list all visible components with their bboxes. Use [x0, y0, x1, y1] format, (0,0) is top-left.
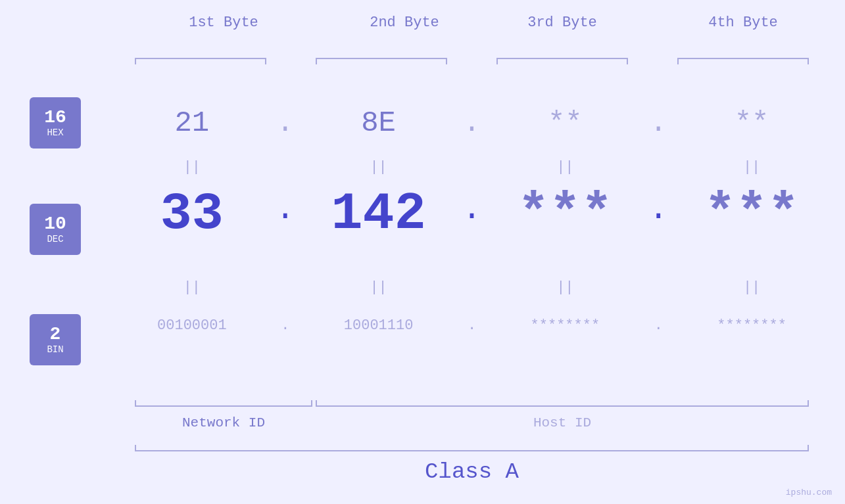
- watermark: ipshu.com: [786, 488, 832, 497]
- dec-dot-3: .: [648, 193, 668, 226]
- dec-badge-label: DEC: [47, 234, 63, 244]
- bin-row: 00100001 . 10001110 . ******** . *******…: [115, 302, 829, 348]
- network-id-label: Network ID: [135, 415, 312, 430]
- bin-val-4: ********: [717, 317, 786, 334]
- dec-val-1: 33: [160, 184, 224, 244]
- dec-sep2: .: [456, 193, 489, 234]
- bin-sep1: .: [269, 317, 302, 334]
- hex-val-3: **: [548, 106, 583, 139]
- bin-val-1: 00100001: [157, 317, 227, 334]
- hex-sep3: .: [642, 106, 675, 139]
- dec-col3: ***: [489, 184, 642, 244]
- dec-badge: 10 DEC: [30, 204, 81, 255]
- hex-dot-2: .: [463, 106, 480, 139]
- hex-val-1: 21: [174, 106, 209, 139]
- bin-val-3: ********: [531, 317, 600, 334]
- dec-sep1: .: [269, 193, 302, 234]
- hex-badge-num: 16: [44, 108, 66, 128]
- eq-sym-7: ||: [556, 279, 573, 296]
- dec-row: 33 . 142 . *** . ***: [115, 177, 829, 250]
- bin-col1: 00100001: [115, 317, 269, 334]
- hex-sep2: .: [456, 106, 489, 139]
- class-label: Class A: [135, 459, 809, 484]
- bin-sep3: .: [642, 317, 675, 334]
- dec-col2: 142: [302, 184, 456, 244]
- hex-val-4: **: [735, 106, 769, 139]
- bin-col3: ********: [489, 317, 642, 334]
- hex-badge: 16 HEX: [30, 97, 81, 149]
- bin-dot-1: .: [281, 317, 289, 334]
- byte4-header: 4th Byte: [677, 14, 809, 31]
- hex-col4: **: [675, 106, 829, 139]
- hex-badge-label: HEX: [47, 127, 63, 138]
- bin-col2: 10001110: [302, 317, 456, 334]
- hex-val-2: 8E: [361, 106, 396, 139]
- bin-val-2: 10001110: [344, 317, 414, 334]
- hex-col1: 21: [115, 106, 269, 139]
- bin-sep2: .: [456, 317, 489, 334]
- host-id-label: Host ID: [316, 415, 809, 430]
- hex-row: 21 . 8E . ** . **: [115, 100, 829, 146]
- hex-dot-3: .: [650, 106, 667, 139]
- hex-dot-1: .: [277, 106, 294, 139]
- eq-sym-4: ||: [743, 159, 760, 175]
- dec-dot-1: .: [276, 193, 295, 226]
- byte1-header: 1st Byte: [135, 14, 312, 31]
- hex-col2: 8E: [302, 106, 456, 139]
- dec-col1: 33: [115, 184, 269, 244]
- dec-col4: ***: [675, 184, 829, 244]
- byte3-header: 3rd Byte: [496, 14, 628, 31]
- bin-badge-label: BIN: [47, 344, 63, 355]
- dec-badge-num: 10: [44, 214, 66, 235]
- bin-badge: 2 BIN: [30, 314, 81, 365]
- bin-dot-2: .: [468, 317, 476, 334]
- dec-val-3: ***: [518, 184, 612, 244]
- bin-dot-3: .: [654, 317, 663, 334]
- dec-val-2: 142: [331, 184, 426, 244]
- hex-sep1: .: [269, 106, 302, 139]
- bin-badge-num: 2: [50, 325, 61, 345]
- byte2-header: 2nd Byte: [316, 14, 493, 31]
- eq-sym-2: ||: [370, 159, 387, 175]
- eq-sym-1: ||: [183, 159, 201, 175]
- hex-col3: **: [489, 106, 642, 139]
- eq-row-2: || || || ||: [115, 273, 829, 302]
- eq-sym-8: ||: [743, 279, 760, 296]
- bin-col4: ********: [675, 317, 829, 334]
- eq-sym-3: ||: [556, 159, 573, 175]
- dec-sep3: .: [642, 193, 675, 234]
- eq-sym-5: ||: [183, 279, 201, 296]
- dec-dot-2: .: [462, 193, 481, 226]
- eq-sym-6: ||: [370, 279, 387, 296]
- dec-val-4: ***: [704, 184, 799, 244]
